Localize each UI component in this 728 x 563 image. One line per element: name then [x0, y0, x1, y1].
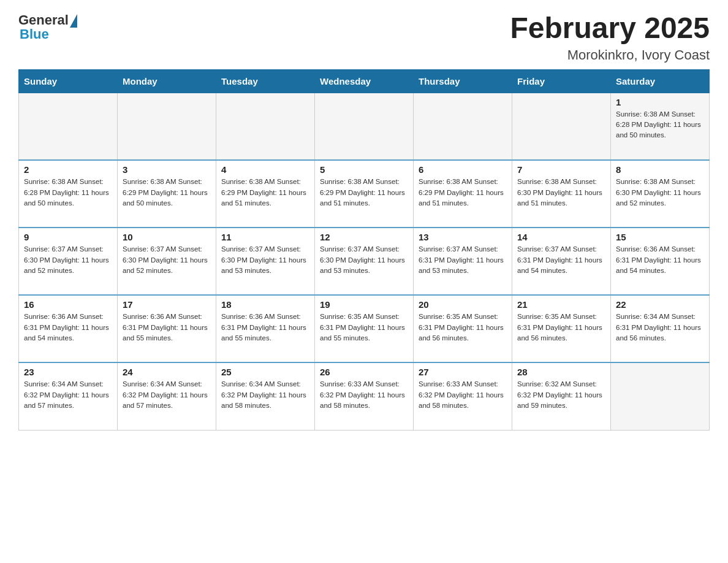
day-info: Sunrise: 6:35 AM Sunset: 6:31 PM Dayligh… [419, 312, 507, 343]
day-info: Sunrise: 6:37 AM Sunset: 6:31 PM Dayligh… [517, 244, 605, 276]
calendar-week-row: 16Sunrise: 6:36 AM Sunset: 6:31 PM Dayli… [19, 295, 710, 362]
day-number: 16 [24, 299, 112, 310]
day-info: Sunrise: 6:38 AM Sunset: 6:29 PM Dayligh… [221, 177, 309, 209]
table-row [315, 93, 414, 160]
day-info: Sunrise: 6:34 AM Sunset: 6:32 PM Dayligh… [24, 379, 112, 411]
header-thursday: Thursday [414, 69, 512, 93]
day-info: Sunrise: 6:34 AM Sunset: 6:32 PM Dayligh… [123, 379, 211, 411]
header-wednesday: Wednesday [315, 69, 414, 93]
table-row: 11Sunrise: 6:37 AM Sunset: 6:30 PM Dayli… [216, 228, 315, 295]
table-row: 21Sunrise: 6:35 AM Sunset: 6:31 PM Dayli… [512, 295, 611, 362]
day-number: 27 [419, 367, 507, 377]
day-number: 26 [320, 367, 408, 377]
table-row: 26Sunrise: 6:33 AM Sunset: 6:32 PM Dayli… [315, 362, 414, 430]
day-number: 8 [616, 164, 704, 175]
title-block: February 2025 Morokinkro, Ivory Coast [510, 12, 710, 63]
table-row [19, 93, 118, 160]
day-info: Sunrise: 6:37 AM Sunset: 6:30 PM Dayligh… [320, 244, 408, 276]
calendar-week-row: 2Sunrise: 6:38 AM Sunset: 6:28 PM Daylig… [19, 160, 710, 228]
day-number: 6 [419, 164, 507, 175]
table-row: 28Sunrise: 6:32 AM Sunset: 6:32 PM Dayli… [512, 362, 611, 430]
day-info: Sunrise: 6:37 AM Sunset: 6:31 PM Dayligh… [419, 244, 507, 276]
day-number: 9 [24, 232, 112, 242]
table-row [118, 93, 216, 160]
day-info: Sunrise: 6:38 AM Sunset: 6:29 PM Dayligh… [123, 177, 211, 209]
day-number: 14 [517, 232, 605, 242]
header-tuesday: Tuesday [216, 69, 315, 93]
header-sunday: Sunday [19, 69, 118, 93]
day-info: Sunrise: 6:35 AM Sunset: 6:31 PM Dayligh… [320, 312, 408, 343]
day-info: Sunrise: 6:37 AM Sunset: 6:30 PM Dayligh… [221, 244, 309, 276]
table-row: 6Sunrise: 6:38 AM Sunset: 6:29 PM Daylig… [414, 160, 512, 228]
table-row: 3Sunrise: 6:38 AM Sunset: 6:29 PM Daylig… [118, 160, 216, 228]
table-row: 23Sunrise: 6:34 AM Sunset: 6:32 PM Dayli… [19, 362, 118, 430]
table-row: 24Sunrise: 6:34 AM Sunset: 6:32 PM Dayli… [118, 362, 216, 430]
calendar-week-row: 9Sunrise: 6:37 AM Sunset: 6:30 PM Daylig… [19, 228, 710, 295]
table-row: 18Sunrise: 6:36 AM Sunset: 6:31 PM Dayli… [216, 295, 315, 362]
day-number: 22 [616, 299, 704, 310]
calendar-week-row: 23Sunrise: 6:34 AM Sunset: 6:32 PM Dayli… [19, 362, 710, 430]
table-row: 15Sunrise: 6:36 AM Sunset: 6:31 PM Dayli… [611, 228, 710, 295]
day-number: 21 [517, 299, 605, 310]
day-number: 2 [24, 164, 112, 175]
table-row: 16Sunrise: 6:36 AM Sunset: 6:31 PM Dayli… [19, 295, 118, 362]
day-info: Sunrise: 6:32 AM Sunset: 6:32 PM Dayligh… [517, 379, 605, 411]
day-number: 10 [123, 232, 211, 242]
header-monday: Monday [118, 69, 216, 93]
page-header: General Blue February 2025 Morokinkro, I… [18, 12, 710, 63]
table-row: 20Sunrise: 6:35 AM Sunset: 6:31 PM Dayli… [414, 295, 512, 362]
day-info: Sunrise: 6:33 AM Sunset: 6:32 PM Dayligh… [419, 379, 507, 411]
table-row: 9Sunrise: 6:37 AM Sunset: 6:30 PM Daylig… [19, 228, 118, 295]
day-number: 5 [320, 164, 408, 175]
day-info: Sunrise: 6:38 AM Sunset: 6:29 PM Dayligh… [419, 177, 507, 209]
day-info: Sunrise: 6:38 AM Sunset: 6:28 PM Dayligh… [616, 109, 704, 141]
table-row: 2Sunrise: 6:38 AM Sunset: 6:28 PM Daylig… [19, 160, 118, 228]
calendar-week-row: 1Sunrise: 6:38 AM Sunset: 6:28 PM Daylig… [19, 93, 710, 160]
logo: General Blue [18, 12, 77, 42]
table-row [414, 93, 512, 160]
day-info: Sunrise: 6:33 AM Sunset: 6:32 PM Dayligh… [320, 379, 408, 411]
table-row [611, 362, 710, 430]
table-row: 10Sunrise: 6:37 AM Sunset: 6:30 PM Dayli… [118, 228, 216, 295]
day-number: 12 [320, 232, 408, 242]
table-row: 5Sunrise: 6:38 AM Sunset: 6:29 PM Daylig… [315, 160, 414, 228]
table-row: 17Sunrise: 6:36 AM Sunset: 6:31 PM Dayli… [118, 295, 216, 362]
day-info: Sunrise: 6:36 AM Sunset: 6:31 PM Dayligh… [221, 312, 309, 343]
table-row: 7Sunrise: 6:38 AM Sunset: 6:30 PM Daylig… [512, 160, 611, 228]
table-row: 22Sunrise: 6:34 AM Sunset: 6:31 PM Dayli… [611, 295, 710, 362]
day-number: 18 [221, 299, 309, 310]
day-info: Sunrise: 6:34 AM Sunset: 6:32 PM Dayligh… [221, 379, 309, 411]
day-info: Sunrise: 6:35 AM Sunset: 6:31 PM Dayligh… [517, 312, 605, 343]
day-info: Sunrise: 6:37 AM Sunset: 6:30 PM Dayligh… [123, 244, 211, 276]
logo-triangle-icon [70, 14, 77, 28]
day-number: 25 [221, 367, 309, 377]
table-row: 4Sunrise: 6:38 AM Sunset: 6:29 PM Daylig… [216, 160, 315, 228]
day-number: 15 [616, 232, 704, 242]
logo-general-text: General [18, 12, 69, 28]
table-row: 13Sunrise: 6:37 AM Sunset: 6:31 PM Dayli… [414, 228, 512, 295]
day-number: 24 [123, 367, 211, 377]
day-number: 4 [221, 164, 309, 175]
day-info: Sunrise: 6:38 AM Sunset: 6:29 PM Dayligh… [320, 177, 408, 209]
day-info: Sunrise: 6:38 AM Sunset: 6:28 PM Dayligh… [24, 177, 112, 209]
day-number: 20 [419, 299, 507, 310]
header-saturday: Saturday [611, 69, 710, 93]
day-number: 3 [123, 164, 211, 175]
day-info: Sunrise: 6:34 AM Sunset: 6:31 PM Dayligh… [616, 312, 704, 343]
day-number: 19 [320, 299, 408, 310]
calendar-title: February 2025 [510, 12, 710, 45]
logo-blue-text: Blue [18, 26, 77, 42]
table-row: 27Sunrise: 6:33 AM Sunset: 6:32 PM Dayli… [414, 362, 512, 430]
day-number: 1 [616, 97, 704, 107]
day-info: Sunrise: 6:36 AM Sunset: 6:31 PM Dayligh… [24, 312, 112, 343]
day-info: Sunrise: 6:37 AM Sunset: 6:30 PM Dayligh… [24, 244, 112, 276]
table-row: 25Sunrise: 6:34 AM Sunset: 6:32 PM Dayli… [216, 362, 315, 430]
day-number: 13 [419, 232, 507, 242]
day-number: 7 [517, 164, 605, 175]
day-number: 17 [123, 299, 211, 310]
day-info: Sunrise: 6:38 AM Sunset: 6:30 PM Dayligh… [616, 177, 704, 209]
calendar-subtitle: Morokinkro, Ivory Coast [510, 47, 710, 63]
day-number: 11 [221, 232, 309, 242]
day-info: Sunrise: 6:36 AM Sunset: 6:31 PM Dayligh… [616, 244, 704, 276]
table-row: 12Sunrise: 6:37 AM Sunset: 6:30 PM Dayli… [315, 228, 414, 295]
